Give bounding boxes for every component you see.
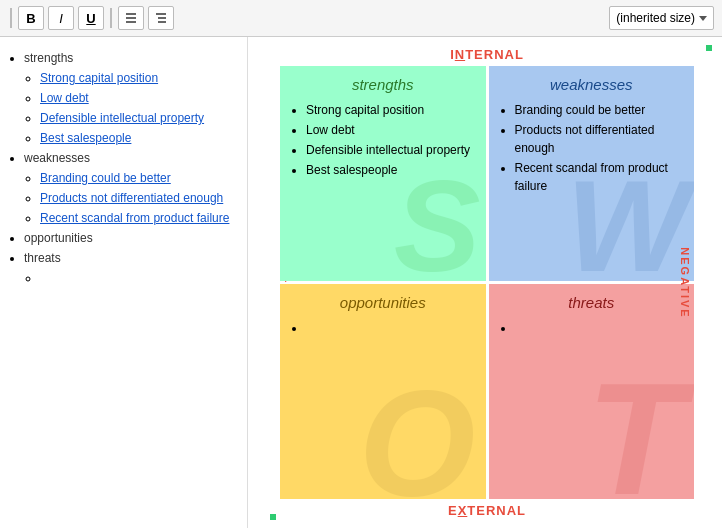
swot-grid: strengths Strong capital position Low de… [280,66,694,499]
threats-children [24,269,239,287]
list-item: Recent scandal from product failure [40,209,239,227]
swot-outer: POSITIVE strengths Strong capital positi… [268,66,706,499]
outline-link[interactable]: Recent scandal from product failure [40,211,229,225]
outline-list: strengths Strong capital position Low de… [8,49,239,287]
opportunities-content [292,319,474,337]
font-size-dropdown-arrow [699,16,707,21]
outline-link[interactable]: Products not differentiated enough [40,191,223,205]
outline-link[interactable]: Defensible intellectual property [40,111,204,125]
list-item: Strong capital position [40,69,239,87]
outline-link[interactable]: Best salespeople [40,131,131,145]
threats-title: threats [501,294,683,311]
opportunities-watermark: O [359,369,476,499]
outline-item-strengths: strengths [24,51,73,65]
bold-button[interactable]: B [18,6,44,30]
list-item: Best salespeople [306,161,474,179]
opportunities-title: opportunities [292,294,474,311]
list-item: Products not differentiated enough [40,189,239,207]
outline-item-opportunities: opportunities [24,231,93,245]
list-item: threats [24,249,239,287]
indent-in-button[interactable] [118,6,144,30]
swot-cell-opportunities: opportunities O [280,284,486,499]
internal-n: N [455,47,465,62]
list-item: opportunities [24,229,239,247]
list-item [515,319,683,337]
list-item: Branding could be better [40,169,239,187]
outline-link[interactable]: Low debt [40,91,89,105]
swot-cell-strengths: strengths Strong capital position Low de… [280,66,486,281]
strengths-watermark: S [394,161,481,281]
list-item: weaknesses Branding could be better Prod… [24,149,239,227]
list-item: strengths Strong capital position Low de… [24,49,239,147]
list-item [40,269,239,287]
italic-button[interactable]: I [48,6,74,30]
swot-cell-weaknesses: weaknesses Branding could be better Prod… [489,66,695,281]
list-item: Low debt [306,121,474,139]
outline-text [40,271,43,285]
list-item: Branding could be better [515,101,683,119]
list-item: Best salespeople [40,129,239,147]
threats-content [501,319,683,337]
swot-label-external: EXTERNAL [268,503,706,518]
main-area: strengths Strong capital position Low de… [0,37,722,528]
swot-cell-threats: threats T [489,284,695,499]
toolbar-divider-mid [110,8,112,28]
list-item: Low debt [40,89,239,107]
corner-dot-bl [270,514,276,520]
weaknesses-content: Branding could be better Products not di… [501,101,683,195]
list-item: Defensible intellectual property [306,141,474,159]
outline-panel: strengths Strong capital position Low de… [0,37,248,528]
weaknesses-title: weaknesses [501,76,683,93]
strengths-content: Strong capital position Low debt Defensi… [292,101,474,179]
swot-label-internal: INTERNAL [268,47,706,62]
threats-watermark: T [586,359,684,499]
outline-item-weaknesses: weaknesses [24,151,90,165]
list-item: Defensible intellectual property [40,109,239,127]
swot-panel: INTERNAL POSITIVE strengths Strong capit… [248,37,722,528]
strengths-title: strengths [292,76,474,93]
corner-dot-tr [706,45,712,51]
outline-link[interactable]: Branding could be better [40,171,171,185]
list-item: Recent scandal from product failure [515,159,683,195]
underline-button[interactable]: U [78,6,104,30]
font-size-value: (inherited size) [616,11,695,25]
outline-link[interactable]: Strong capital position [40,71,158,85]
list-item: Products not differentiated enough [515,121,683,157]
indent-out-button[interactable] [148,6,174,30]
font-size-select[interactable]: (inherited size) [609,6,714,30]
weaknesses-children: Branding could be better Products not di… [24,169,239,227]
list-item: Strong capital position [306,101,474,119]
strengths-children: Strong capital position Low debt Defensi… [24,69,239,147]
toolbar-divider-left [10,8,12,28]
toolbar: B I U (inherited size) [0,0,722,37]
swot-label-negative: NEGATIVE [678,247,690,318]
outline-item-threats: threats [24,251,61,265]
list-item [306,319,474,337]
